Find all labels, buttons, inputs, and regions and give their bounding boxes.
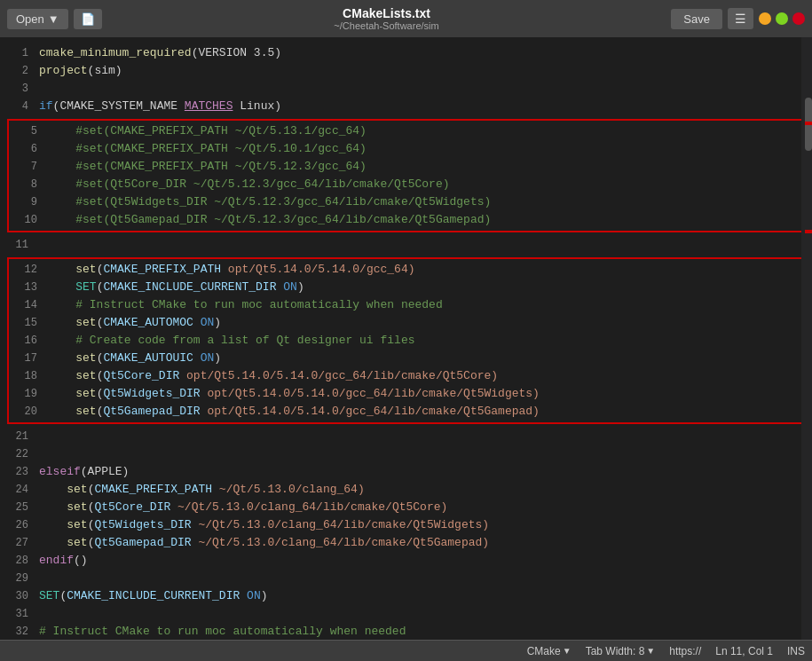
code-token (48, 261, 75, 279)
file-icon-button[interactable]: 📄 (74, 9, 102, 29)
open-label: Open (16, 12, 44, 26)
table-row: 22 (0, 445, 812, 463)
code-token: if (39, 98, 53, 115)
code-token (48, 403, 75, 421)
code-token: ( (97, 385, 104, 403)
titlebar: Open ▼ 📄 CMakeLists.txt ~/Cheetah-Softwa… (0, 0, 812, 37)
code-token: Qt5Gamepad_DIR (94, 534, 191, 552)
minimize-button[interactable] (759, 12, 771, 25)
code-token: # Instruct CMake to run moc automaticall… (75, 296, 442, 314)
code-token: ON (283, 279, 297, 296)
code-token: Qt5Widgets_DIR (103, 385, 200, 403)
table-row: 14 # Instruct CMake to run moc automatic… (9, 296, 803, 314)
save-button[interactable]: Save (671, 9, 722, 29)
open-button[interactable]: Open ▼ (7, 9, 68, 29)
code-token: ( (97, 403, 104, 421)
code-token: set (75, 367, 96, 385)
table-row: 17 set(CMAKE_AUTOUIC ON) (9, 350, 803, 367)
code-token (48, 279, 75, 296)
code-token: ~/Qt/5.13.0/clang_64) (212, 481, 365, 499)
code-token: ~/Qt/5.13.0/clang_64/lib/cmake/Qt5Widget… (192, 516, 489, 534)
code-token: set (75, 385, 96, 403)
code-token: (CMAKE_SYSTEM_NAME (53, 98, 185, 115)
code-token: set (67, 534, 87, 552)
code-token: ON (201, 314, 215, 332)
code-token: opt/Qt5.14.0/5.14.0/gcc_64/lib/cmake/Qt5… (201, 403, 540, 421)
mode-text: INS (787, 645, 805, 657)
code-token (193, 314, 201, 332)
line-number: 20 (12, 404, 37, 420)
line-number: 31 (4, 606, 28, 622)
code-token (39, 516, 67, 534)
close-button[interactable] (792, 12, 805, 25)
table-row: 31 (0, 605, 812, 623)
table-row: 32# Instruct CMake to run moc automatica… (0, 623, 812, 640)
maximize-button[interactable] (776, 12, 788, 25)
commented-block-1: 5 #set(CMAKE_PREFIX_PATH ~/Qt/5.13.1/gcc… (7, 119, 805, 232)
language-selector[interactable]: CMake ▼ (527, 645, 572, 657)
code-token: # Instruct CMake to run moc automaticall… (39, 623, 406, 640)
code-token: # Create code from a list of Qt designer… (75, 332, 414, 350)
code-token: #set (75, 140, 103, 158)
line-number: 9 (12, 194, 37, 210)
titlebar-left: Open ▼ 📄 (7, 9, 102, 29)
table-row: 27 set(Qt5Gamepad_DIR ~/Qt/5.13.0/clang_… (0, 534, 812, 552)
table-row: 26 set(Qt5Widgets_DIR ~/Qt/5.13.0/clang_… (0, 516, 812, 534)
code-token: #set (75, 211, 103, 229)
code-token (48, 332, 75, 350)
scroll-mark-1 (805, 122, 812, 125)
code-token: CMAKE_INCLUDE_CURRENT_DIR (103, 279, 276, 296)
code-token: ON (201, 350, 215, 367)
code-token: #set (75, 176, 103, 193)
code-token: cmake_minimum_required (39, 44, 192, 62)
table-row: 6 #set(CMAKE_PREFIX_PATH ~/Qt/5.10.1/gcc… (9, 140, 803, 158)
line-number: 15 (12, 315, 37, 331)
table-row: 18 set(Qt5Core_DIR opt/Qt5.14.0/5.14.0/g… (9, 367, 803, 385)
code-token: CMAKE_INCLUDE_CURRENT_DIR (67, 587, 240, 605)
line-number: 7 (12, 159, 37, 175)
code-token: elseif (39, 463, 81, 481)
menu-button[interactable]: ☰ (728, 8, 753, 29)
code-token: set (67, 499, 87, 516)
table-row: 11 (0, 236, 812, 254)
table-row: 24 set(CMAKE_PREFIX_PATH ~/Qt/5.13.0/cla… (0, 481, 812, 499)
code-token: endif (39, 552, 74, 570)
code-token: ( (97, 279, 104, 296)
table-row: 5 #set(CMAKE_PREFIX_PATH ~/Qt/5.13.1/gcc… (9, 122, 803, 140)
line-number: 14 (12, 297, 37, 313)
table-row: 15 set(CMAKE_AUTOMOC ON) (9, 314, 803, 332)
line-number: 6 (12, 141, 37, 157)
file-title: CMakeLists.txt (102, 6, 672, 20)
line-number: 10 (12, 212, 37, 228)
line-number: 23 (4, 464, 28, 480)
tab-width-selector[interactable]: Tab Width: 8 ▼ (586, 645, 656, 657)
code-token (48, 350, 75, 367)
line-number: 24 (4, 482, 28, 498)
line-number: 28 (4, 553, 28, 569)
scroll-indicator[interactable] (801, 37, 812, 640)
code-token: ( (88, 499, 95, 516)
editor: 1cmake_minimum_required(VERSION 3.5)2pro… (0, 37, 812, 640)
code-token: set (67, 481, 87, 499)
code-token (39, 481, 67, 499)
code-token: ) (261, 587, 268, 605)
code-token (48, 385, 75, 403)
language-arrow-icon: ▼ (563, 646, 572, 656)
code-token: ( (97, 314, 104, 332)
code-token: set (67, 516, 87, 534)
line-number: 32 (4, 624, 28, 640)
url-indicator: https:// (669, 645, 701, 657)
code-token: ~/Qt/5.13.0/clang_64/lib/cmake/Qt5Core) (170, 499, 447, 516)
table-row: 20 set(Qt5Gamepad_DIR opt/Qt5.14.0/5.14.… (9, 403, 803, 421)
line-number: 29 (4, 571, 28, 586)
code-token (48, 211, 75, 229)
titlebar-center: CMakeLists.txt ~/Cheetah-Software/sim (102, 6, 672, 31)
line-number: 30 (4, 588, 28, 604)
code-token (39, 499, 67, 516)
code-token: Qt5Widgets_DIR (94, 516, 191, 534)
code-token: ON (247, 587, 261, 605)
edit-mode: INS (787, 645, 805, 657)
file-path: ~/Cheetah-Software/sim (102, 20, 672, 31)
language-label: CMake (527, 645, 561, 657)
code-area[interactable]: 1cmake_minimum_required(VERSION 3.5)2pro… (0, 37, 812, 640)
